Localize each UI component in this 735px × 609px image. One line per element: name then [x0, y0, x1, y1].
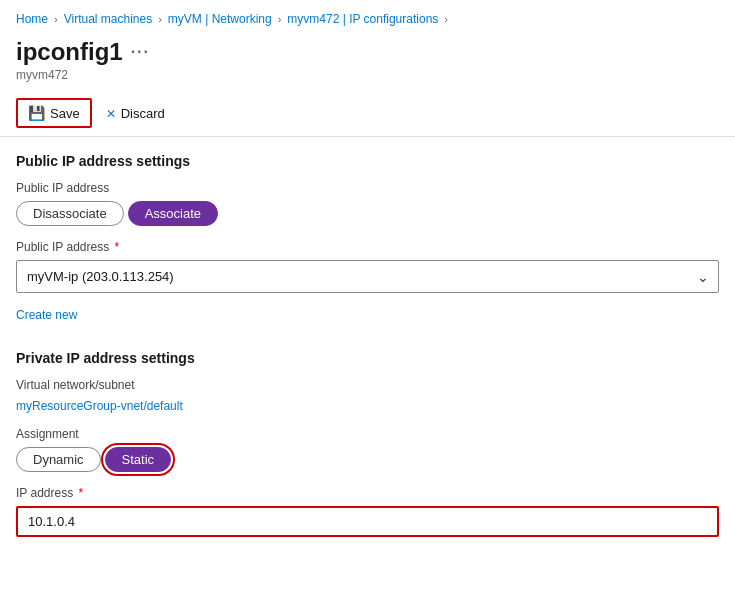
- breadcrumb: Home › Virtual machines › myVM | Network…: [0, 0, 735, 34]
- public-ip-dropdown-label: Public IP address *: [16, 240, 719, 254]
- public-ip-dropdown[interactable]: myVM-ip (203.0.113.254): [16, 260, 719, 293]
- page-title: ipconfig1 ···: [16, 38, 719, 66]
- save-icon: 💾: [28, 105, 45, 121]
- page-subtitle: myvm472: [16, 68, 719, 82]
- ip-address-label: IP address *: [16, 486, 719, 500]
- ip-required-marker: *: [75, 486, 83, 500]
- subnet-group: Virtual network/subnet myResourceGroup-v…: [16, 378, 719, 413]
- page-header: ipconfig1 ··· myvm472: [0, 34, 735, 90]
- assignment-toggle-group: Dynamic Static: [16, 447, 719, 472]
- disassociate-button[interactable]: Disassociate: [16, 201, 124, 226]
- ip-address-group: IP address *: [16, 486, 719, 537]
- breadcrumb-vms[interactable]: Virtual machines: [64, 12, 153, 26]
- create-new-link[interactable]: Create new: [16, 308, 77, 322]
- dynamic-button[interactable]: Dynamic: [16, 447, 101, 472]
- breadcrumb-sep-1: ›: [54, 13, 58, 25]
- assignment-label: Assignment: [16, 427, 719, 441]
- public-ip-association-group: Public IP address Disassociate Associate: [16, 181, 719, 226]
- toolbar: 💾 Save Discard: [0, 90, 735, 137]
- discard-button[interactable]: Discard: [96, 100, 175, 126]
- static-button[interactable]: Static: [105, 447, 172, 472]
- page-title-text: ipconfig1: [16, 38, 123, 66]
- breadcrumb-home[interactable]: Home: [16, 12, 48, 26]
- subnet-label: Virtual network/subnet: [16, 378, 719, 392]
- public-ip-toggle-group: Disassociate Associate: [16, 201, 719, 226]
- discard-icon: [106, 105, 116, 121]
- required-marker: *: [111, 240, 119, 254]
- main-content: Public IP address settings Public IP add…: [0, 137, 735, 567]
- private-ip-section-title: Private IP address settings: [16, 350, 719, 366]
- subnet-link[interactable]: myResourceGroup-vnet/default: [16, 399, 183, 413]
- public-ip-dropdown-group: Public IP address * myVM-ip (203.0.113.2…: [16, 240, 719, 293]
- assignment-group: Assignment Dynamic Static: [16, 427, 719, 472]
- breadcrumb-ip-configs[interactable]: myvm472 | IP configurations: [287, 12, 438, 26]
- breadcrumb-networking[interactable]: myVM | Networking: [168, 12, 272, 26]
- more-options-button[interactable]: ···: [131, 43, 150, 61]
- public-ip-address-label: Public IP address: [16, 181, 719, 195]
- associate-button[interactable]: Associate: [128, 201, 218, 226]
- breadcrumb-sep-3: ›: [278, 13, 282, 25]
- breadcrumb-sep-2: ›: [158, 13, 162, 25]
- save-label: Save: [50, 106, 80, 121]
- breadcrumb-sep-4: ›: [444, 13, 448, 25]
- public-ip-section-title: Public IP address settings: [16, 153, 719, 169]
- public-ip-dropdown-container: myVM-ip (203.0.113.254) ⌄: [16, 260, 719, 293]
- discard-label: Discard: [121, 106, 165, 121]
- save-button[interactable]: 💾 Save: [16, 98, 92, 128]
- ip-address-input[interactable]: [16, 506, 719, 537]
